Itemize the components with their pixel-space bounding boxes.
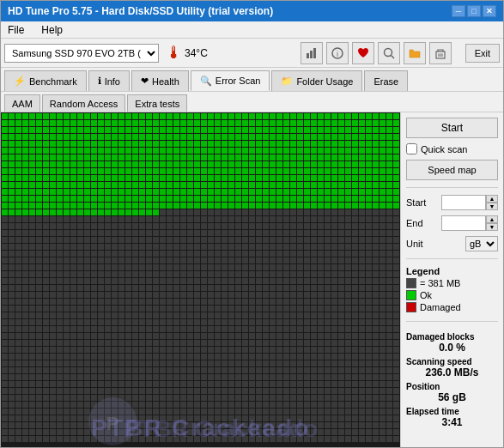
tab-randomaccess[interactable]: Random Access	[42, 94, 125, 112]
svg-line-6	[391, 55, 394, 58]
start-input[interactable]: 0	[441, 195, 486, 210]
divider-1	[406, 187, 498, 188]
start-param-row: Start 0 ▲ ▼	[406, 195, 498, 210]
folderusage-tab-label: Folder Usage	[296, 76, 353, 87]
speed-map-button[interactable]: Speed map	[406, 160, 498, 180]
info-tab-label: Info	[105, 76, 120, 87]
legend-title: Legend	[406, 266, 498, 276]
right-panel: Start Quick scan Speed map Start 0 ▲ ▼	[400, 112, 503, 447]
menu-file[interactable]: File	[4, 23, 27, 37]
temperature-value: 34°C	[185, 47, 208, 59]
tabs-row-2: AAM Random Access Extra tests	[1, 92, 503, 112]
svg-rect-2	[313, 48, 316, 58]
exit-button[interactable]: Exit	[465, 44, 500, 63]
tab-aam[interactable]: AAM	[4, 94, 40, 112]
benchmark-icon-btn[interactable]	[301, 42, 323, 64]
toolbar: CT1000MX500SSD1 (1000 gB) WDC WDS200T2B0…	[1, 39, 503, 68]
start-spin-up[interactable]: ▲	[486, 195, 498, 203]
stats-section: Damaged blocks 0.0 % Scanning speed 236.…	[406, 329, 498, 428]
scanning-speed-value: 236.0 MB/s	[406, 366, 498, 378]
health-icon-btn[interactable]	[352, 42, 374, 64]
health-tab-label: Health	[152, 76, 179, 87]
elapsed-time-label: Elapsed time	[406, 407, 498, 416]
scan-area: PTBR Crackeado	[1, 112, 400, 447]
svg-rect-0	[307, 53, 309, 58]
folderusage-tab-icon: 📁	[281, 76, 293, 87]
folder-icon-btn[interactable]	[404, 42, 426, 64]
end-input[interactable]: 1000	[441, 215, 486, 231]
extratests-tab-label: Extra tests	[135, 99, 179, 109]
position-label: Position	[406, 382, 498, 391]
end-label: End	[406, 218, 423, 228]
tab-folderusage[interactable]: 📁 Folder Usage	[271, 70, 362, 91]
start-button[interactable]: Start	[406, 118, 498, 138]
unit-label: Unit	[406, 239, 423, 249]
info-tab-icon: ℹ	[98, 76, 101, 87]
start-input-group: 0 ▲ ▼	[441, 195, 498, 210]
main-window: HD Tune Pro 5.75 - Hard Disk/SSD Utility…	[0, 0, 504, 448]
benchmark-tab-icon: ⚡	[14, 76, 26, 87]
unit-param-row: Unit gB MB	[406, 236, 498, 251]
quick-scan-row: Quick scan	[406, 143, 498, 154]
svg-text:i: i	[337, 50, 338, 58]
start-spinner: ▲ ▼	[486, 195, 498, 210]
unit-select[interactable]: gB MB	[465, 236, 498, 251]
temperature-display: 🌡 34°C	[166, 43, 208, 63]
aam-tab-label: AAM	[12, 99, 33, 109]
legend-text-1: Ok	[420, 290, 432, 300]
benchmark-tab-label: Benchmark	[29, 76, 77, 87]
svg-point-5	[384, 48, 392, 56]
drive-selector[interactable]: CT1000MX500SSD1 (1000 gB) WDC WDS200T2B0…	[4, 44, 159, 63]
damaged-blocks-value: 0.0 %	[406, 342, 498, 354]
end-input-group: 1000 ▲ ▼	[441, 215, 498, 231]
damaged-blocks-label: Damaged blocks	[406, 332, 498, 342]
scanning-speed-label: Scanning speed	[406, 357, 498, 366]
legend-section: Legend = 381 MB Ok Damaged	[406, 266, 498, 314]
randomaccess-tab-label: Random Access	[50, 99, 118, 109]
legend-text-2: Damaged	[420, 302, 461, 312]
legend-box-0	[406, 278, 416, 288]
tabs-row: ⚡ Benchmark ℹ Info ❤ Health 🔍 Error Scan…	[1, 68, 503, 92]
end-spin-up[interactable]: ▲	[486, 215, 498, 223]
end-spinner: ▲ ▼	[486, 215, 498, 231]
tab-erase[interactable]: Erase	[364, 70, 408, 91]
main-area: PTBR Crackeado Start Quick scan Speed ma…	[1, 112, 503, 447]
minimize-button[interactable]: ─	[452, 5, 465, 17]
position-value: 56 gB	[406, 391, 498, 403]
start-label: Start	[406, 197, 426, 208]
tab-errorscan[interactable]: 🔍 Error Scan	[191, 70, 270, 91]
legend-item-0: = 381 MB	[406, 278, 498, 288]
svg-rect-1	[310, 51, 313, 58]
menu-help[interactable]: Help	[38, 23, 66, 37]
close-button[interactable]: ✕	[483, 5, 496, 17]
errorscan-tab-icon: 🔍	[200, 76, 212, 87]
legend-item-2: Damaged	[406, 302, 498, 312]
quick-scan-checkbox[interactable]	[406, 143, 417, 154]
errorscan-icon-btn[interactable]	[378, 42, 400, 64]
legend-box-2	[406, 302, 416, 312]
divider-3	[406, 321, 498, 322]
health-tab-icon: ❤	[141, 76, 149, 87]
tab-extratests[interactable]: Extra tests	[127, 94, 187, 112]
tab-info[interactable]: ℹ Info	[88, 70, 130, 91]
quick-scan-label[interactable]: Quick scan	[421, 144, 467, 154]
legend-item-1: Ok	[406, 290, 498, 300]
tab-health[interactable]: ❤ Health	[131, 70, 189, 91]
thermometer-icon: 🌡	[166, 43, 183, 63]
start-spin-down[interactable]: ▼	[486, 203, 498, 210]
menu-bar: File Help	[1, 21, 503, 39]
end-param-row: End 1000 ▲ ▼	[406, 215, 498, 231]
legend-text-0: = 381 MB	[420, 278, 460, 288]
end-spin-down[interactable]: ▼	[486, 223, 498, 231]
tab-benchmark[interactable]: ⚡ Benchmark	[4, 70, 87, 91]
errorscan-tab-label: Error Scan	[216, 76, 261, 86]
maximize-button[interactable]: □	[467, 5, 481, 17]
erase-tab-label: Erase	[373, 76, 398, 87]
elapsed-time-value: 3:41	[406, 416, 498, 428]
title-bar: HD Tune Pro 5.75 - Hard Disk/SSD Utility…	[1, 1, 503, 21]
window-title: HD Tune Pro 5.75 - Hard Disk/SSD Utility…	[8, 5, 273, 17]
scan-grid-canvas	[1, 112, 400, 447]
erase-icon-btn[interactable]	[429, 42, 452, 64]
info-icon-btn[interactable]: i	[326, 42, 349, 64]
divider-2	[406, 258, 498, 259]
